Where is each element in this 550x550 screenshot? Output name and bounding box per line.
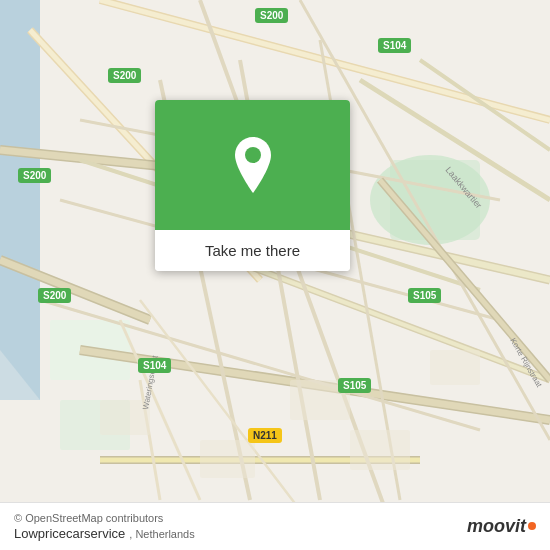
map-roads: Laakkwartier Wateringsevest Korte Rijnst…	[0, 0, 550, 550]
route-badge-s200-bottom-left: S200	[38, 288, 71, 303]
popup-green-area	[155, 100, 350, 230]
route-badge-s104-bottom: S104	[138, 358, 171, 373]
moovit-dot	[528, 522, 536, 530]
route-badge-s105-bottom: S105	[338, 378, 371, 393]
route-badge-s200-left-top: S200	[108, 68, 141, 83]
route-badge-s104-right: S104	[378, 38, 411, 53]
popup-card: Take me there	[155, 100, 350, 271]
moovit-logo: moovit	[467, 516, 536, 537]
svg-marker-1	[0, 0, 40, 400]
copyright-text: © OpenStreetMap contributors	[14, 512, 195, 524]
svg-rect-41	[350, 430, 410, 470]
svg-rect-42	[430, 350, 480, 385]
map-container: Laakkwartier Wateringsevest Korte Rijnst…	[0, 0, 550, 550]
route-badge-s200-top: S200	[255, 8, 288, 23]
route-badge-n211: N211	[248, 428, 282, 443]
svg-line-32	[140, 300, 300, 510]
location-pin	[228, 135, 278, 195]
moovit-text: moovit	[467, 516, 526, 537]
svg-line-36	[420, 60, 550, 150]
location-name: Lowpricecarservice	[14, 526, 125, 541]
take-me-there-button[interactable]: Take me there	[155, 230, 350, 271]
attribution-bar: © OpenStreetMap contributors Lowpricecar…	[0, 502, 550, 550]
svg-rect-40	[200, 440, 255, 478]
country-name: , Netherlands	[129, 528, 194, 540]
route-badge-s200-left-mid: S200	[18, 168, 51, 183]
route-badge-s105-right-mid: S105	[408, 288, 441, 303]
svg-rect-3	[390, 160, 480, 240]
svg-point-46	[245, 147, 261, 163]
